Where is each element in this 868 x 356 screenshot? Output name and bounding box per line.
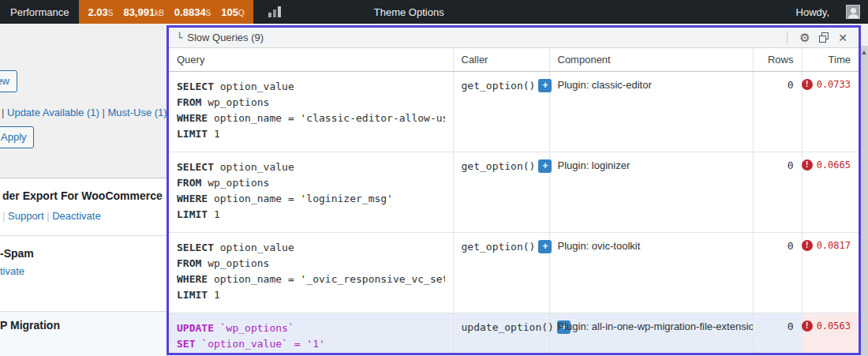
corner-glyph: └ (177, 32, 182, 43)
action-separator: | (47, 210, 49, 222)
rows-cell: 0 (753, 233, 802, 313)
bar-chart-menu-item[interactable] (253, 0, 296, 24)
query-row: UPDATE `wp_options`SET `option_value` = … (169, 313, 859, 356)
theme-options-label: Theme Options (374, 6, 444, 18)
popout-window-icon[interactable] (814, 30, 833, 46)
plugin-name: der Export For WooCommerce (2, 189, 163, 202)
time-cell: !0.0817 (802, 233, 859, 313)
column-header-rows[interactable]: Rows (753, 48, 802, 72)
rows-cell: 0 (753, 72, 802, 152)
query-row: SELECT option_valueFROM wp_optionsWHERE … (169, 152, 859, 233)
component-cell: Plugin: all-in-one-wp-migration-file-ext… (549, 313, 753, 356)
query-cell: UPDATE `wp_options`SET `option_value` = … (169, 313, 453, 356)
sql-line: WHERE option_name = 'loginizer_msg' (177, 191, 445, 207)
query-monitor-panel: └ Slow Queries (9) ⚙ ✕ Query Caller Comp… (166, 25, 861, 355)
expand-caller-button[interactable]: + (538, 79, 552, 92)
filter-separator: | (102, 107, 104, 118)
caller-function: update_option() (462, 320, 554, 335)
vertical-scrollbar[interactable] (861, 46, 868, 356)
qm-db-time: 0.8834S (174, 6, 211, 18)
qm-table-body: SELECT option_valueFROM wp_optionsWHERE … (169, 72, 859, 356)
sql-line: FROM wp_options (177, 175, 445, 191)
performance-label: Performance (10, 6, 69, 18)
howdy-label: Howdy, (796, 6, 829, 18)
sql-line: FROM wp_options (177, 256, 445, 272)
plugin-support-link[interactable]: Support (8, 210, 44, 222)
panel-title: Slow Queries (9) (187, 32, 264, 43)
caller-cell: get_option()+ (453, 72, 549, 152)
apply-button[interactable]: Apply (0, 126, 34, 148)
user-avatar[interactable] (846, 5, 860, 19)
plugin-activate-link[interactable]: tivate (0, 265, 24, 277)
plugin-name: -Spam (0, 247, 34, 260)
caller-function: get_option() (462, 240, 536, 254)
query-time-value: 0.0733 (817, 79, 851, 90)
query-row: SELECT option_valueFROM wp_optionsWHERE … (169, 233, 859, 313)
time-cell: !0.0665 (802, 152, 859, 233)
caller-function: get_option() (462, 79, 536, 93)
action-separator: | (2, 210, 5, 222)
sql-line: LIMIT 1 (177, 207, 445, 223)
slow-queries-table: Query Caller Component Rows Time SELECT … (169, 48, 859, 355)
expand-caller-button[interactable]: + (538, 159, 552, 173)
plugin-deactivate-link[interactable]: Deactivate (52, 210, 100, 222)
qm-panel-titlebar: └ Slow Queries (9) ⚙ ✕ (169, 28, 859, 48)
plugin-filter-links: | Update Available (1) | Must-Use (1) (2, 107, 166, 118)
sql-line: SELECT option_value (177, 240, 445, 256)
admin-bar-spacer (455, 0, 786, 24)
rows-cell: 0 (753, 152, 802, 233)
column-header-caller[interactable]: Caller (453, 48, 549, 72)
plugin-name: P Migration (0, 319, 60, 332)
slow-query-warning-icon: ! (802, 320, 813, 332)
caller-cell: get_option()+ (453, 233, 549, 313)
admin-bar-performance[interactable]: Performance (0, 0, 79, 24)
plugin-row-actions: | Support | Deactivate (2, 210, 101, 222)
bar-chart-icon (268, 6, 281, 17)
settings-gear-icon[interactable]: ⚙ (795, 30, 814, 46)
query-cell: SELECT option_valueFROM wp_optionsWHERE … (169, 233, 453, 313)
plugin-row-shading (0, 311, 166, 356)
sql-line: WHERE `option_name` = 'ai1wmte_plugin_ke… (177, 352, 445, 355)
column-header-time[interactable]: Time (802, 48, 859, 72)
query-cell: SELECT option_valueFROM wp_optionsWHERE … (169, 72, 453, 152)
titlebar-divider (787, 32, 788, 44)
column-header-query: Query (169, 48, 453, 72)
query-time-value: 0.0665 (817, 159, 851, 171)
component-cell: Plugin: loginizer (549, 152, 753, 233)
query-time-value: 0.0817 (817, 240, 851, 251)
query-monitor-stats[interactable]: 2.03S 83,991kB 0.8834S 105Q (79, 0, 253, 24)
component-cell: Plugin: classic-editor (549, 72, 753, 152)
add-new-button[interactable]: ew (0, 70, 17, 92)
caller-cell: get_option()+ (453, 152, 549, 233)
expand-caller-button[interactable]: + (538, 240, 552, 253)
plugins-page-background: ew | Update Available (1) | Must-Use (1)… (0, 24, 166, 356)
sql-line: SELECT option_value (177, 159, 445, 175)
filter-separator: | (2, 107, 4, 118)
plugins-table: der Export For WooCommerce | Support | D… (0, 178, 166, 356)
qm-query-count: 105Q (221, 6, 244, 18)
sql-line: WHERE option_name = 'classic-editor-allo… (177, 111, 445, 126)
query-time-value: 0.0563 (817, 320, 851, 332)
caller-cell: update_option()+ (453, 313, 549, 356)
plugin-row-actions: tivate (0, 265, 24, 277)
plugin-row-divider (0, 311, 166, 312)
filter-must-use[interactable]: Must-Use (1) (108, 107, 167, 118)
sql-line: UPDATE `wp_options` (177, 320, 445, 336)
query-row: SELECT option_valueFROM wp_optionsWHERE … (169, 72, 859, 152)
qm-page-time: 2.03S (88, 6, 113, 18)
close-icon[interactable]: ✕ (833, 30, 852, 46)
column-header-component[interactable]: Component (549, 48, 753, 72)
time-cell: !0.0733 (802, 72, 859, 152)
admin-bar-theme-options[interactable]: Theme Options (364, 0, 455, 24)
qm-memory: 83,991kB (123, 6, 163, 18)
sql-line: LIMIT 1 (177, 126, 445, 142)
admin-bar-howdy[interactable]: Howdy, (786, 0, 840, 24)
plugin-row-divider (0, 235, 166, 236)
scrollbar-up-arrow-icon[interactable] (862, 51, 866, 54)
sql-line: SET `option_value` = '1' (177, 336, 445, 352)
sql-line: SELECT option_value (177, 79, 445, 95)
sql-line: WHERE option_name = '_ovic_responsive_vc… (177, 272, 445, 287)
filter-update-available[interactable]: Update Available (1) (7, 107, 99, 118)
caller-function: get_option() (462, 159, 536, 174)
sql-line: FROM wp_options (177, 95, 445, 111)
